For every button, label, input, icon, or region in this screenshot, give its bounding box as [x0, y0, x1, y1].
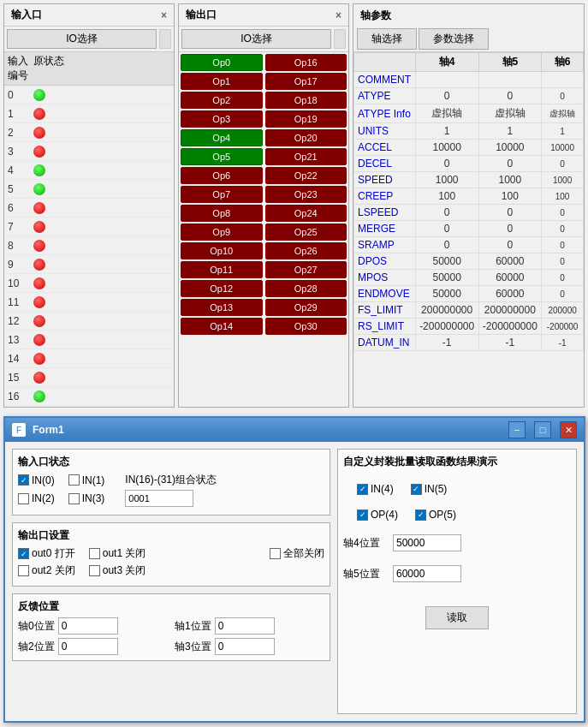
input-row-num: 9 — [8, 259, 33, 271]
axis-val5: -200000000 — [478, 319, 542, 335]
axis-val4: 0 — [415, 88, 478, 104]
op-btn-op12[interactable]: Op12 — [181, 280, 263, 297]
op-btn-op18[interactable]: Op18 — [265, 92, 347, 109]
output-row: Op13Op29 — [181, 299, 347, 316]
right-in4-checkbox[interactable] — [357, 484, 368, 495]
op-btn-op8[interactable]: Op8 — [181, 205, 263, 222]
op-btn-op9[interactable]: Op9 — [181, 223, 263, 241]
input-row: 5 — [4, 180, 174, 199]
op-btn-op25[interactable]: Op25 — [265, 223, 347, 241]
input-row-led — [33, 315, 170, 327]
input-panel-close[interactable]: × — [161, 9, 167, 21]
op-btn-op2[interactable]: Op2 — [181, 92, 263, 109]
axis-val6: 1 — [542, 123, 584, 140]
op-btn-op13[interactable]: Op13 — [181, 299, 263, 316]
input-io-select-bar: IO选择 — [4, 27, 174, 52]
axis-val5: 0 — [478, 237, 542, 253]
op-btn-op3[interactable]: Op3 — [181, 110, 263, 128]
op-btn-op16[interactable]: Op16 — [265, 54, 347, 71]
op-btn-op11[interactable]: Op11 — [181, 261, 263, 278]
full-close-item: 全部关闭 — [270, 546, 324, 561]
op-btn-op5[interactable]: Op5 — [181, 148, 263, 165]
op-btn-op0[interactable]: Op0 — [181, 54, 263, 71]
input-state-row2: IN(2) IN(3) — [18, 490, 324, 507]
op-btn-op22[interactable]: Op22 — [265, 167, 347, 184]
op-btn-op10[interactable]: Op10 — [181, 242, 263, 259]
op-btn-op30[interactable]: Op30 — [265, 318, 347, 335]
op-btn-op28[interactable]: Op28 — [265, 280, 347, 297]
op-btn-op23[interactable]: Op23 — [265, 186, 347, 203]
axis5-pos-input[interactable] — [393, 565, 461, 582]
input-row-num: 13 — [8, 334, 33, 346]
out1-checkbox[interactable] — [89, 548, 100, 559]
op-btn-op27[interactable]: Op27 — [265, 261, 347, 278]
axis-table-row: DECEL 0 0 0 — [354, 156, 584, 172]
output-port-panel: 输出口 × IO选择 Op0Op16Op1Op17Op2Op18Op3Op19O… — [178, 3, 349, 408]
op-btn-op4[interactable]: Op4 — [181, 129, 263, 146]
axis-param-name: MERGE — [354, 221, 416, 237]
axis1-pos-input[interactable] — [215, 617, 275, 635]
in0-checkbox[interactable] — [18, 474, 29, 486]
axis-param-name: UNITS — [354, 123, 416, 140]
axis-val5 — [478, 72, 542, 88]
op-btn-op19[interactable]: Op19 — [265, 110, 347, 128]
op-btn-op14[interactable]: Op14 — [181, 318, 263, 335]
output-io-select-btn[interactable]: IO选择 — [181, 29, 331, 49]
op-btn-op20[interactable]: Op20 — [265, 129, 347, 146]
axis4-pos-input[interactable] — [393, 534, 461, 551]
in2-checkbox[interactable] — [18, 493, 29, 504]
axis0-pos-input[interactable] — [58, 617, 118, 635]
axis-val6: 1000 — [542, 172, 584, 188]
output-panel-close[interactable]: × — [336, 9, 342, 21]
in3-checkbox[interactable] — [68, 493, 80, 504]
output-title: 输出口设置 — [18, 528, 324, 543]
op-btn-op7[interactable]: Op7 — [181, 186, 263, 203]
axis3-pos-input[interactable] — [215, 638, 275, 655]
full-close-checkbox[interactable] — [270, 548, 281, 559]
op-btn-op24[interactable]: Op24 — [265, 205, 347, 222]
full-close-label: 全部关闭 — [283, 546, 324, 561]
axis-val6: 虚拟轴 — [542, 104, 584, 123]
input-row-num: 3 — [8, 146, 33, 158]
op-btn-op21[interactable]: Op21 — [265, 148, 347, 165]
out0-checkbox[interactable] — [18, 548, 29, 559]
axis-table-row: SPEED 1000 1000 1000 — [354, 172, 584, 188]
form1-close-btn[interactable]: ✕ — [560, 421, 577, 438]
in1-checkbox[interactable] — [68, 474, 80, 486]
in16-31-input[interactable] — [125, 490, 193, 507]
input-row-led — [33, 146, 170, 158]
form1-minimize-btn[interactable]: − — [508, 421, 526, 438]
red-led — [33, 353, 45, 365]
input-row: 1 — [4, 104, 174, 123]
right-in5-checkbox[interactable] — [411, 484, 422, 495]
axis-table-row: COMMENT — [354, 72, 584, 88]
input-row: 2 — [4, 123, 174, 142]
out2-item: out2 关闭 — [18, 563, 75, 578]
in0-item: IN(0) — [18, 474, 55, 486]
op-btn-op29[interactable]: Op29 — [265, 299, 347, 316]
op-btn-op17[interactable]: Op17 — [265, 73, 347, 90]
axis-val4: 200000000 — [415, 302, 478, 319]
axis-select-tab[interactable]: 轴选择 — [357, 28, 417, 50]
op-btn-op6[interactable]: Op6 — [181, 167, 263, 184]
right-op5-checkbox[interactable] — [415, 509, 426, 521]
op-btn-op26[interactable]: Op26 — [265, 242, 347, 259]
axis3-pos-label: 轴3位置 — [175, 640, 211, 654]
input-col-num: 输入编号 — [8, 54, 33, 83]
input-io-select-btn[interactable]: IO选择 — [7, 29, 157, 49]
out1-item: out1 关闭 — [89, 546, 146, 561]
param-select-tab[interactable]: 参数选择 — [419, 28, 489, 50]
right-op4-checkbox[interactable] — [357, 509, 368, 521]
input-row-led — [33, 183, 170, 195]
out3-checkbox[interactable] — [89, 565, 100, 576]
read-button[interactable]: 读取 — [425, 606, 489, 629]
red-led — [33, 146, 45, 158]
out2-checkbox[interactable] — [18, 565, 29, 576]
form1-maximize-btn[interactable]: □ — [534, 421, 551, 438]
axis-val6: 100 — [542, 188, 584, 205]
axis2-pos-input[interactable] — [58, 638, 118, 655]
input-row-num: 14 — [8, 353, 33, 365]
red-led — [33, 108, 45, 120]
form1-icon: F — [12, 423, 26, 437]
op-btn-op1[interactable]: Op1 — [181, 73, 263, 90]
